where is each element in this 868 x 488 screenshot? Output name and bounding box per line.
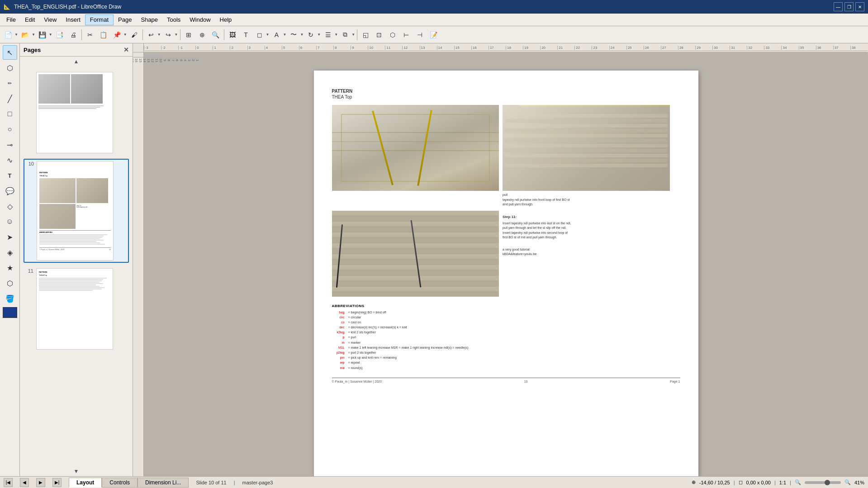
tool-paint-bucket[interactable]: 🪣 <box>3 291 17 306</box>
align-button-group[interactable]: ☰ ▼ <box>322 28 338 41</box>
menu-edit[interactable]: Edit <box>20 14 39 25</box>
paste-button-group[interactable]: 📌 ▼ <box>111 28 127 41</box>
tool-callout[interactable]: 💬 <box>3 184 17 198</box>
zoom-handle[interactable] <box>825 480 830 485</box>
paste-button[interactable]: 📌 <box>111 28 123 41</box>
align-dropdown-arrow[interactable]: ▼ <box>334 33 338 37</box>
menu-insert[interactable]: Insert <box>61 14 85 25</box>
minimize-button[interactable]: — <box>834 2 843 11</box>
canvas-area[interactable]: ·3 ·2 ·1 0 1 2 3 4 5 6 7 8 9 10 11 12 13 <box>133 43 868 476</box>
tab-layout[interactable]: Layout <box>69 478 102 488</box>
tool-rect[interactable]: □ <box>3 107 17 121</box>
tool-freehand[interactable]: ✏ <box>3 76 17 90</box>
text-dropdown-arrow[interactable]: ▼ <box>283 33 286 37</box>
grid-button[interactable]: ⊞ <box>182 28 195 41</box>
tool-symbol-shapes[interactable]: ☺ <box>3 214 17 229</box>
clone-format-button[interactable]: 🖌 <box>128 28 141 41</box>
print-button[interactable]: 🖨 <box>67 28 80 41</box>
shapes-button-group[interactable]: ◻ ▼ <box>253 28 270 41</box>
tool-3d[interactable]: ⬡ <box>3 276 17 290</box>
tool-line[interactable]: ╱ <box>3 91 17 106</box>
tool-point-edit[interactable]: ⬡ <box>3 61 17 75</box>
rotate-button-group[interactable]: ↻ ▼ <box>304 28 321 41</box>
zoom-increase-icon[interactable]: 🔍 <box>844 479 851 485</box>
text-button-group[interactable]: A ▼ <box>270 28 286 41</box>
rotate-dropdown-arrow[interactable]: ▼ <box>317 33 321 37</box>
zoom-pan-button[interactable]: 🔍 <box>209 28 222 41</box>
menu-format[interactable]: Format <box>85 14 114 25</box>
save-button[interactable]: 💾 <box>36 28 49 41</box>
save-dropdown-arrow[interactable]: ▼ <box>49 33 52 37</box>
redo-button[interactable]: ↪ <box>162 28 175 41</box>
page-thumb-11[interactable]: 11 PATTERN THEA Top <box>24 266 129 351</box>
tool-curve[interactable]: ∿ <box>3 153 17 167</box>
tool-select[interactable]: ↖ <box>3 45 17 60</box>
curves-dropdown-arrow[interactable]: ▼ <box>300 33 304 37</box>
nav-prev-button[interactable]: ◀ <box>20 478 29 487</box>
image-button[interactable]: 🖼 <box>226 28 239 41</box>
crop-button[interactable]: ⊡ <box>373 28 385 41</box>
bezier-toggle-button[interactable]: ⊢ <box>400 28 413 41</box>
tab-dimension-lines[interactable]: Dimension Li... <box>138 478 189 488</box>
new-button-group[interactable]: 📄 ▼ <box>2 28 18 41</box>
tab-controls[interactable]: Controls <box>102 478 138 488</box>
tool-basic-shapes[interactable]: ◇ <box>3 199 17 213</box>
snap-button[interactable]: ⊕ <box>196 28 209 41</box>
maximize-button[interactable]: ❐ <box>844 2 854 11</box>
tool-ellipse[interactable]: ○ <box>3 122 17 137</box>
nav-first-button[interactable]: |◀ <box>4 478 13 487</box>
open-button-group[interactable]: 📂 ▼ <box>19 28 35 41</box>
tool-color-preview[interactable] <box>3 307 17 318</box>
page-thumb-10[interactable]: 10 PATTERN THEA Top Step 11: <box>24 159 129 263</box>
arrange-dropdown-arrow[interactable]: ▼ <box>351 33 355 37</box>
menu-window[interactable]: Window <box>185 14 215 25</box>
redo-dropdown-arrow[interactable]: ▼ <box>175 33 178 37</box>
curves-button-group[interactable]: 〜 ▼ <box>287 28 304 41</box>
align-button[interactable]: ☰ <box>322 28 334 41</box>
zoom-decrease-icon[interactable]: 🔍 <box>795 479 801 485</box>
undo-button[interactable]: ↩ <box>145 28 157 41</box>
nav-last-button[interactable]: ▶| <box>52 478 62 487</box>
point-edit-button[interactable]: ⬡ <box>386 28 399 41</box>
pages-scroll-down[interactable]: ▼ <box>20 466 133 476</box>
menu-view[interactable]: View <box>39 14 61 25</box>
close-button[interactable]: ✕ <box>855 2 864 11</box>
tool-block-arrows[interactable]: ➤ <box>3 230 17 244</box>
arrange-button[interactable]: ⧉ <box>339 28 351 41</box>
shapes-dropdown-arrow[interactable]: ▼ <box>266 33 270 37</box>
menu-shape[interactable]: Shape <box>136 14 162 25</box>
redo-button-group[interactable]: ↪ ▼ <box>162 28 178 41</box>
tool-stars[interactable]: ★ <box>3 261 17 275</box>
textbox-button[interactable]: T <box>240 28 252 41</box>
menu-help[interactable]: Help <box>215 14 237 25</box>
nav-next-button[interactable]: ▶ <box>36 478 45 487</box>
export-pdf-button[interactable]: 📑 <box>53 28 66 41</box>
tool-text[interactable]: T <box>3 168 17 183</box>
open-button[interactable]: 📂 <box>19 28 32 41</box>
open-dropdown-arrow[interactable]: ▼ <box>32 33 35 37</box>
text-button[interactable]: A <box>270 28 283 41</box>
menu-tools[interactable]: Tools <box>162 14 185 25</box>
new-button[interactable]: 📄 <box>2 28 14 41</box>
page-thumb-9[interactable] <box>24 70 129 155</box>
undo-dropdown-arrow[interactable]: ▼ <box>157 33 161 37</box>
copy-button[interactable]: 📋 <box>97 28 110 41</box>
shapes-button[interactable]: ◻ <box>253 28 266 41</box>
arrange-button-group[interactable]: ⧉ ▼ <box>339 28 355 41</box>
new-dropdown-arrow[interactable]: ▼ <box>14 33 18 37</box>
rotate-button[interactable]: ↻ <box>304 28 317 41</box>
curves-button[interactable]: 〜 <box>287 28 300 41</box>
save-button-group[interactable]: 💾 ▼ <box>36 28 52 41</box>
cut-button[interactable]: ✂ <box>84 28 96 41</box>
pages-panel-close[interactable]: ✕ <box>123 46 129 53</box>
tool-flowchart[interactable]: ◈ <box>3 245 17 260</box>
menu-page[interactable]: Page <box>114 14 136 25</box>
form-mode-button[interactable]: 📝 <box>427 28 440 41</box>
undo-button-group[interactable]: ↩ ▼ <box>145 28 161 41</box>
shadow-button[interactable]: ◱ <box>359 28 372 41</box>
ext-toggle-button[interactable]: ⊣ <box>413 28 426 41</box>
zoom-slider[interactable] <box>805 481 841 484</box>
menu-file[interactable]: File <box>2 14 20 25</box>
pages-scroll-up[interactable]: ▲ <box>20 57 133 66</box>
paste-dropdown-arrow[interactable]: ▼ <box>123 33 127 37</box>
